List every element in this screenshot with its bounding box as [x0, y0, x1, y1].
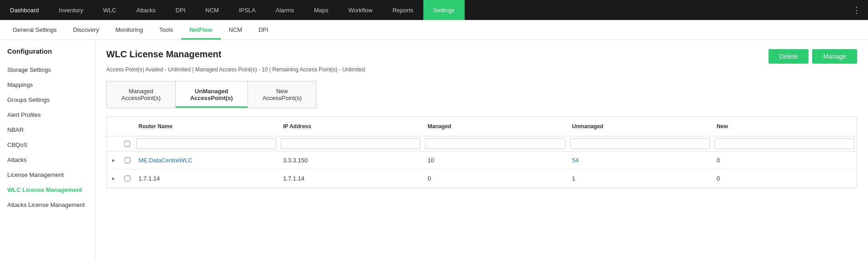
sidebar-title: Configuration [0, 47, 95, 62]
managed-cell: 0 [423, 172, 567, 185]
filter-managed[interactable] [425, 138, 565, 149]
sidebar-item-alert-profiles[interactable]: Alert Profiles [0, 107, 95, 122]
table-filter-row [107, 136, 857, 151]
tab-unmanaged-label: UnManagedAccessPoint(s) [190, 88, 233, 101]
delete-button[interactable]: Delete [769, 49, 808, 64]
sub-item-discovery[interactable]: Discovery [65, 20, 107, 40]
license-info: Access Point(s) Availed - Unlimited | Ma… [106, 66, 857, 73]
router-name-cell: 1.7.1.14 [134, 172, 278, 185]
nav-item-reports[interactable]: Reports [382, 0, 423, 20]
sidebar-item-license-management[interactable]: License Management [0, 167, 95, 182]
select-all-checkbox[interactable] [123, 141, 132, 147]
new-cell: 0 [712, 172, 857, 185]
nav-item-inventory[interactable]: Inventory [49, 0, 93, 20]
row-expand-button[interactable]: ► [107, 176, 120, 181]
nav-item-wlc[interactable]: WLC [93, 0, 126, 20]
unmanaged-cell: 1 [568, 172, 712, 185]
unmanaged-cell[interactable]: 54 [568, 154, 712, 166]
col-new: New [712, 120, 857, 132]
sub-item-tools[interactable]: Tools [151, 20, 181, 40]
content-tabs: ManagedAccessPoint(s) UnManagedAccessPoi… [106, 81, 317, 108]
data-table: Router Name IP Address Managed Unmanaged… [106, 116, 857, 188]
sidebar-item-mappings[interactable]: Mappings [0, 77, 95, 92]
tab-managed-accesspoints[interactable]: ManagedAccessPoint(s) [107, 81, 176, 108]
sidebar: Configuration Storage Settings Mappings … [0, 40, 95, 261]
manage-button[interactable]: Manage [812, 49, 857, 64]
sub-item-netflow[interactable]: NetFlow [181, 20, 221, 40]
nav-item-dpi[interactable]: DPI [166, 0, 196, 20]
router-name-cell[interactable]: ME.DataCentreWLC [134, 154, 278, 166]
table-header-row: Router Name IP Address Managed Unmanaged… [107, 117, 857, 136]
main-content: WLC License Management Delete Manage Acc… [95, 40, 868, 261]
sub-item-monitoring[interactable]: Monitoring [107, 20, 151, 40]
main-layout: Configuration Storage Settings Mappings … [0, 40, 868, 261]
nav-item-ncm[interactable]: NCM [195, 0, 229, 20]
sidebar-item-groups-settings[interactable]: Groups Settings [0, 92, 95, 107]
sidebar-item-wlc-license-management[interactable]: WLC License Management [0, 182, 95, 197]
filter-new[interactable] [714, 138, 854, 149]
nav-item-ipsla[interactable]: IPSLA [229, 0, 266, 20]
sidebar-item-storage-settings[interactable]: Storage Settings [0, 62, 95, 77]
tab-new-label: NewAccessPoint(s) [263, 88, 302, 101]
sub-navigation: General Settings Discovery Monitoring To… [0, 20, 868, 40]
col-managed: Managed [423, 120, 567, 132]
nav-item-maps[interactable]: Maps [304, 0, 338, 20]
row-checkbox[interactable] [124, 176, 130, 181]
tab-new-accesspoints[interactable]: NewAccessPoint(s) [248, 81, 317, 108]
filter-unmanaged[interactable] [570, 138, 710, 149]
top-navigation: Dashboard Inventory WLC Attacks DPI NCM … [0, 0, 868, 20]
page-title: WLC License Management [106, 49, 221, 60]
filter-ip-address[interactable] [281, 138, 421, 149]
new-cell: 0 [712, 154, 857, 166]
sub-item-dpi[interactable]: DPI [250, 20, 277, 40]
table-row: ► ME.DataCentreWLC 3.3.3.150 10 54 0 [107, 151, 857, 170]
table-row: ► 1.7.1.14 1.7.1.14 0 1 0 [107, 170, 857, 188]
sub-item-ncm[interactable]: NCM [221, 20, 251, 40]
ip-address-cell: 1.7.1.14 [278, 172, 423, 185]
header-buttons: Delete Manage [769, 49, 857, 64]
nav-item-dashboard[interactable]: Dashboard [0, 0, 49, 20]
col-expand [107, 120, 120, 132]
col-unmanaged: Unmanaged [568, 120, 712, 132]
col-checkbox [120, 120, 134, 132]
tab-managed-label: ManagedAccessPoint(s) [121, 88, 161, 101]
col-router-name: Router Name [134, 120, 278, 132]
more-options-icon[interactable]: ⋮ [845, 0, 868, 20]
filter-router-name[interactable] [136, 138, 276, 149]
row-expand-button[interactable]: ► [107, 158, 120, 163]
sidebar-item-attacks[interactable]: Attacks [0, 152, 95, 167]
nav-item-attacks[interactable]: Attacks [126, 0, 166, 20]
page-header: WLC License Management Delete Manage [106, 49, 857, 64]
nav-item-workflow[interactable]: Workflow [338, 0, 382, 20]
sidebar-item-attacks-license-management[interactable]: Attacks License Management [0, 197, 95, 212]
ip-address-cell: 3.3.3.150 [278, 154, 423, 166]
col-ip-address: IP Address [278, 120, 423, 132]
tab-unmanaged-accesspoints[interactable]: UnManagedAccessPoint(s) [176, 81, 248, 108]
row-checkbox[interactable] [124, 157, 130, 163]
nav-item-settings[interactable]: Settings [423, 0, 465, 20]
sub-item-general-settings[interactable]: General Settings [5, 20, 65, 40]
sidebar-item-nbar[interactable]: NBAR [0, 122, 95, 137]
sidebar-item-cbqos[interactable]: CBQoS [0, 137, 95, 152]
nav-item-alarms[interactable]: Alarms [266, 0, 304, 20]
managed-cell: 10 [423, 154, 567, 166]
